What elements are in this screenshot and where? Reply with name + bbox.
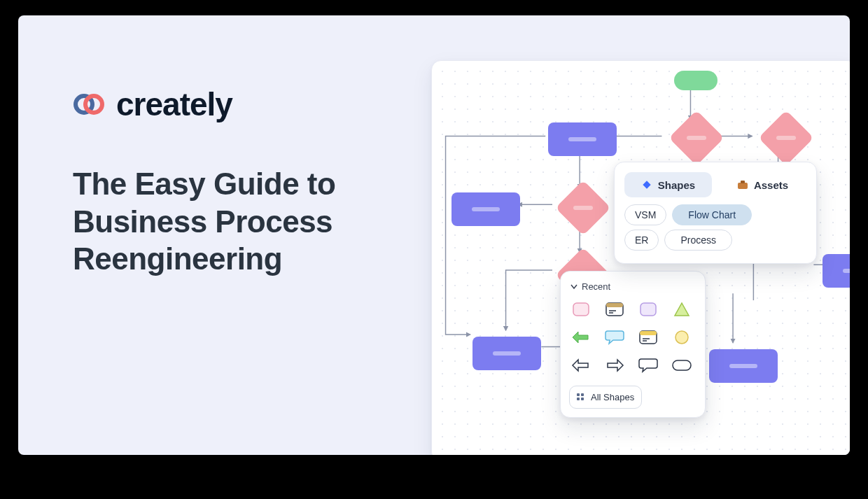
shape-arrow-right-outline[interactable] — [604, 356, 625, 374]
shape-arrow-left[interactable] — [570, 328, 592, 346]
headline: The Easy Guide to Business Process Reeng… — [73, 165, 368, 278]
brand: creately — [73, 85, 368, 123]
briefcase-icon — [737, 179, 748, 190]
shape-card-yellow[interactable] — [638, 328, 659, 346]
svg-rect-3 — [738, 183, 748, 189]
shape-rounded-rect-pink[interactable] — [570, 300, 592, 318]
recent-toggle[interactable]: Recent — [569, 279, 696, 297]
grid-icon — [577, 393, 585, 402]
tab-shapes[interactable]: Shapes — [624, 172, 712, 197]
svg-rect-4 — [741, 181, 745, 183]
diamond-icon — [641, 179, 652, 190]
shape-card-icon[interactable] — [604, 300, 625, 318]
all-shapes-button[interactable]: All Shapes — [569, 386, 642, 409]
chip-er[interactable]: ER — [624, 230, 659, 251]
recent-label: Recent — [582, 281, 610, 292]
flowchart-decision-node[interactable] — [564, 188, 603, 227]
flowchart-process-node[interactable] — [709, 349, 778, 383]
shapes-popover: Shapes Assets VSM Flow Chart ER Proces — [614, 162, 817, 264]
caret-down-icon — [570, 281, 578, 292]
tab-assets[interactable]: Assets — [719, 172, 806, 197]
brand-name: creately — [116, 85, 232, 123]
svg-rect-10 — [640, 303, 656, 316]
flowchart-decision-node[interactable] — [677, 118, 716, 157]
shape-speech-bubble-outline[interactable] — [638, 356, 659, 374]
flowchart-process-node[interactable] — [451, 192, 520, 226]
svg-rect-7 — [606, 303, 623, 307]
shape-rounded-rect-purple[interactable] — [638, 300, 659, 318]
all-shapes-label: All Shapes — [591, 392, 634, 402]
flowchart-process-node[interactable] — [822, 254, 850, 288]
flowchart-process-node[interactable] — [548, 122, 617, 156]
tab-assets-label: Assets — [754, 179, 788, 191]
chip-vsm[interactable]: VSM — [624, 204, 666, 225]
svg-rect-12 — [640, 331, 657, 335]
tab-shapes-label: Shapes — [658, 179, 695, 191]
right-column: Shapes Assets VSM Flow Chart ER Proces — [410, 15, 850, 455]
chip-flowchart[interactable]: Flow Chart — [672, 204, 752, 225]
shape-triangle[interactable] — [671, 300, 692, 318]
svg-rect-5 — [573, 303, 589, 316]
svg-rect-16 — [673, 360, 691, 370]
recent-shapes-panel: Recent — [560, 271, 706, 418]
shape-speech-bubble[interactable] — [604, 328, 625, 346]
shape-arrow-left-outline[interactable] — [570, 356, 592, 374]
flowchart-start-node[interactable] — [674, 71, 718, 90]
svg-point-15 — [676, 331, 688, 344]
chip-process[interactable]: Process — [664, 230, 732, 251]
left-column: creately The Easy Guide to Business Proc… — [18, 15, 410, 455]
hero-card: creately The Easy Guide to Business Proc… — [18, 15, 850, 455]
diagram-canvas[interactable]: Shapes Assets VSM Flow Chart ER Proces — [431, 60, 850, 455]
flowchart-decision-node[interactable] — [766, 118, 806, 157]
shape-circle[interactable] — [671, 328, 692, 346]
shape-pill-outline[interactable] — [671, 356, 692, 374]
brand-logo-icon — [73, 92, 106, 117]
svg-rect-2 — [643, 181, 650, 188]
flowchart-process-node[interactable] — [472, 337, 541, 370]
